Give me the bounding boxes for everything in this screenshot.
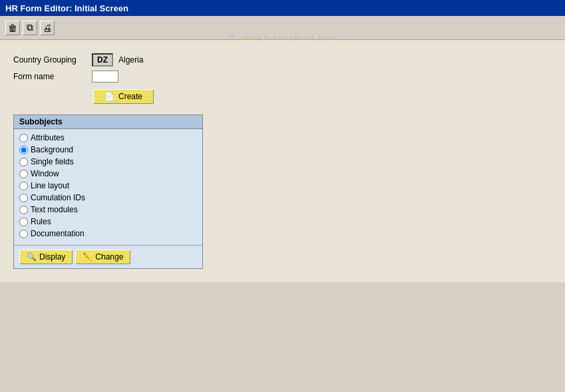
label-cumulation-ids[interactable]: Cumulation IDs	[31, 193, 85, 202]
label-background[interactable]: Background	[31, 145, 73, 154]
radio-background[interactable]	[19, 146, 28, 154]
radio-rules[interactable]	[19, 218, 28, 226]
subobject-item-single-fields: Single fields	[19, 157, 197, 166]
radio-documentation[interactable]	[19, 230, 28, 238]
save-button[interactable]: 🖨	[40, 21, 55, 35]
form-name-input[interactable]	[92, 71, 118, 83]
radio-window[interactable]	[19, 170, 28, 178]
change-icon: ✏️	[83, 252, 93, 262]
delete-button[interactable]: 🗑	[5, 21, 20, 35]
country-grouping-row: Country Grouping DZ Algeria	[13, 53, 552, 67]
radio-single-fields[interactable]	[19, 158, 28, 166]
label-documentation[interactable]: Documentation	[31, 229, 85, 238]
copy-button[interactable]: ⧉	[23, 21, 37, 35]
label-text-modules[interactable]: Text modules	[31, 205, 78, 214]
create-icon: 📄	[104, 92, 114, 101]
subobjects-list: AttributesBackgroundSingle fieldsWindowL…	[14, 129, 202, 245]
subobject-item-cumulation-ids: Cumulation IDs	[19, 193, 197, 202]
create-button[interactable]: 📄 Create	[93, 89, 154, 104]
subobjects-title: Subobjects	[14, 115, 202, 129]
form-name-row: Form name	[13, 71, 552, 83]
subobjects-panel: Subobjects AttributesBackgroundSingle fi…	[13, 114, 203, 269]
main-content: Country Grouping DZ Algeria Form name 📄 …	[0, 40, 565, 282]
subobjects-footer: 🔍 Display ✏️ Change	[14, 245, 202, 268]
radio-line-layout[interactable]	[19, 182, 28, 190]
label-line-layout[interactable]: Line layout	[31, 181, 69, 190]
display-label: Display	[39, 252, 65, 262]
display-icon: 🔍	[27, 252, 37, 262]
subobject-item-line-layout: Line layout	[19, 181, 197, 190]
subobject-item-window: Window	[19, 169, 197, 178]
form-name-label: Form name	[13, 72, 87, 81]
change-label: Change	[95, 252, 123, 262]
label-single-fields[interactable]: Single fields	[31, 157, 74, 166]
label-attributes[interactable]: Attributes	[31, 133, 65, 142]
display-button[interactable]: 🔍 Display	[19, 250, 73, 264]
title-bar: HR Form Editor: Initial Screen	[0, 0, 565, 16]
radio-attributes[interactable]	[19, 134, 28, 142]
radio-cumulation-ids[interactable]	[19, 194, 28, 202]
label-rules[interactable]: Rules	[31, 217, 51, 226]
subobject-item-background: Background	[19, 145, 197, 154]
subobject-item-attributes: Attributes	[19, 133, 197, 142]
create-label: Create	[118, 92, 142, 101]
subobject-item-documentation: Documentation	[19, 229, 197, 238]
window-title: HR Form Editor: Initial Screen	[5, 3, 128, 13]
subobject-item-text-modules: Text modules	[19, 205, 197, 214]
radio-text-modules[interactable]	[19, 206, 28, 214]
label-window[interactable]: Window	[31, 169, 59, 178]
subobject-item-rules: Rules	[19, 217, 197, 226]
change-button[interactable]: ✏️ Change	[75, 250, 130, 264]
country-grouping-label: Country Grouping	[13, 55, 87, 65]
country-code-button[interactable]: DZ	[92, 53, 113, 67]
country-name: Algeria	[118, 55, 143, 65]
toolbar: 🗑 ⧉ 🖨	[0, 16, 565, 40]
